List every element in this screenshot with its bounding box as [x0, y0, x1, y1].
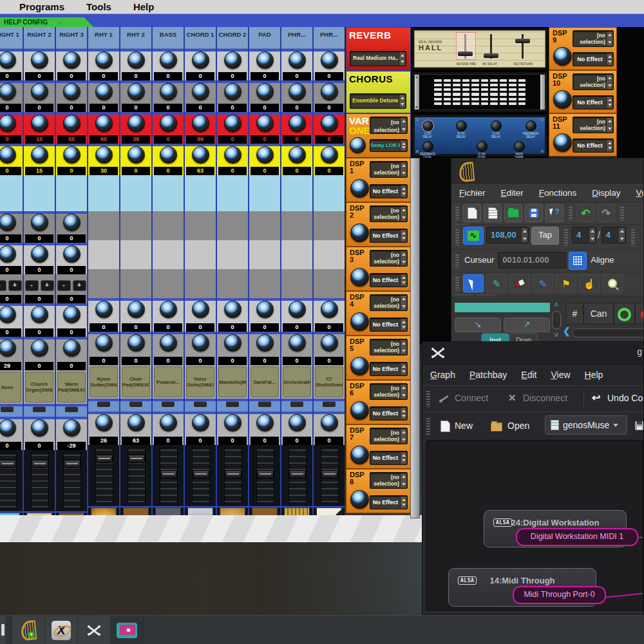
reverb-preset-select[interactable]: Real Medium Ha... [350, 51, 406, 66]
menu-help[interactable]: Help [133, 1, 155, 12]
channel-small-button[interactable] [33, 406, 46, 412]
delay-param-knob[interactable]: HIGH DAMP [511, 141, 527, 159]
channel-knob[interactable] [63, 306, 80, 323]
channel-knob[interactable] [0, 214, 16, 231]
spinner-arrows-icon[interactable] [400, 429, 406, 443]
channel-small-button[interactable] [194, 401, 207, 407]
spinner-arrows-icon[interactable] [400, 473, 406, 488]
spinner-arrows-icon[interactable] [606, 97, 612, 108]
move-up-button[interactable]: ↗ [504, 317, 550, 332]
channel-knob[interactable] [289, 115, 306, 132]
pointer-tool-button[interactable] [463, 274, 484, 292]
channel-small-button[interactable] [290, 401, 303, 407]
channel-knob[interactable] [321, 83, 338, 100]
delay-param-knob[interactable]: R CH DELAY [453, 120, 469, 138]
session-select[interactable]: genosMuse [545, 415, 627, 435]
var-selection-select[interactable]: (no selection) [370, 117, 408, 134]
patchbay-menu-graph[interactable]: Graph [430, 370, 455, 380]
channel-knob[interactable] [192, 52, 209, 69]
channel-knob[interactable] [256, 83, 274, 100]
channel-small-button[interactable] [258, 401, 271, 407]
toolbar-handle[interactable] [426, 390, 430, 407]
dsp-knob[interactable] [350, 446, 369, 464]
tempo-field[interactable]: 108,00 [486, 227, 529, 243]
channel-knob[interactable] [95, 83, 113, 100]
channel-knob[interactable] [160, 301, 177, 318]
channel-knob[interactable] [289, 301, 306, 318]
channel-knob[interactable] [0, 419, 16, 437]
fader-handle[interactable] [321, 470, 338, 478]
voice-select-button[interactable]: Mandolin(MV) [218, 366, 247, 397]
connect-button[interactable]: Connect [455, 393, 488, 403]
dsp-selection-select[interactable]: (no selection) [573, 73, 614, 90]
channel-knob[interactable] [224, 52, 242, 69]
midi-output-port[interactable]: Midi Through Port-0 [513, 586, 606, 604]
volume-fader[interactable] [160, 448, 178, 503]
muse-menu-fonctions[interactable]: Fonctions [539, 188, 577, 198]
delay-param-knob[interactable]: FEEDBACK LEVEL [420, 141, 435, 159]
volume-fader[interactable] [192, 448, 210, 503]
voice-select-button[interactable]: Choir Pad(GM&XG) [122, 366, 150, 397]
channel-knob[interactable] [63, 419, 80, 437]
channel-knob[interactable] [256, 146, 274, 164]
channel-small-button[interactable] [323, 401, 336, 407]
patchbay-menu-help[interactable]: Help [585, 370, 603, 380]
vertical-scrollbar[interactable]: ˄˅ [551, 300, 562, 345]
fader-handle[interactable] [0, 460, 16, 468]
tracklist-col-monitor[interactable] [614, 303, 635, 325]
spinner-arrows-icon[interactable] [606, 118, 612, 132]
channel-knob[interactable] [128, 414, 145, 431]
taskbar-patchbay-app[interactable] [77, 616, 111, 644]
whats-this-button[interactable] [545, 204, 564, 222]
dsp-knob[interactable] [350, 223, 369, 242]
channel-knob[interactable] [289, 52, 306, 69]
volume-fader[interactable] [256, 448, 274, 503]
channel-knob[interactable] [128, 52, 145, 69]
voice-select-button[interactable]: Voice Oohs(GM&XG) [186, 366, 214, 397]
slider-handle[interactable] [515, 39, 530, 43]
volume-fader[interactable] [289, 448, 307, 503]
toolbar-handle[interactable] [455, 229, 459, 245]
voice-select-button[interactable]: Powerdr... [154, 366, 182, 397]
channel-knob[interactable] [95, 52, 113, 69]
channel-knob[interactable] [224, 146, 242, 164]
minus-button[interactable]: - [25, 280, 39, 291]
var-level-knob[interactable] [350, 137, 366, 153]
channel-knob[interactable] [31, 245, 48, 263]
slider-handle[interactable] [458, 52, 473, 56]
channel-knob[interactable] [128, 334, 145, 352]
disconnect-button[interactable]: Disconnect [523, 393, 567, 403]
reverb-slider[interactable] [522, 34, 524, 59]
channel-knob[interactable] [63, 52, 80, 69]
fader-handle[interactable] [32, 460, 48, 468]
spinner-arrows-icon[interactable] [400, 162, 406, 176]
dsp-selection-select[interactable]: (no selection) [370, 250, 408, 267]
fader-handle[interactable] [128, 455, 145, 463]
toolbar-handle[interactable] [620, 206, 624, 220]
fader-handle[interactable] [193, 470, 209, 478]
tracklist-col-channel[interactable]: Can [583, 303, 614, 325]
spinner-arrows-icon[interactable] [400, 140, 406, 151]
taskbar-x-app[interactable]: X [44, 616, 78, 644]
draw-tool-button[interactable]: ✎ [533, 274, 553, 292]
fader-handle[interactable] [64, 460, 80, 468]
spinner-arrows-icon[interactable] [400, 408, 406, 419]
selected-part-bar[interactable] [454, 302, 551, 313]
spinner-arrows-icon[interactable] [400, 185, 406, 197]
tracklist-col-record[interactable] [635, 303, 644, 325]
taskbar-muse-launcher[interactable]: + [12, 616, 45, 644]
volume-fader[interactable] [31, 453, 49, 508]
voice-select-button[interactable]: Warm Pad(GM&XG) [57, 372, 86, 402]
channel-small-button[interactable] [129, 401, 142, 407]
slider-handle[interactable] [484, 53, 498, 58]
spinner-arrows-icon[interactable] [400, 207, 406, 221]
channel-knob[interactable] [160, 334, 177, 352]
spinner-arrows-icon[interactable] [618, 228, 625, 242]
channel-knob[interactable] [63, 146, 80, 164]
channel-knob[interactable] [289, 414, 306, 431]
channel-knob[interactable] [256, 115, 274, 132]
channel-knob[interactable] [95, 301, 113, 318]
zoom-tool-button[interactable] [602, 274, 623, 292]
horizontal-scrollbar[interactable] [573, 328, 644, 337]
channel-knob[interactable] [95, 414, 113, 431]
